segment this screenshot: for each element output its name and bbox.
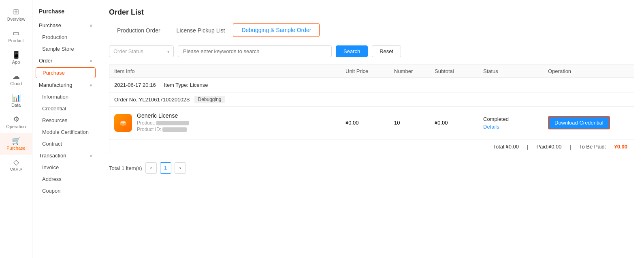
sidebar-item-sample-store[interactable]: Sample Store <box>32 43 99 55</box>
order-meta: 2021-06-17 20:16 Item Type: License <box>109 78 634 92</box>
sidebar-collapse-handle[interactable]: ‹ <box>99 121 99 137</box>
order-number-row: Order No.:YL21061710020102S Debugging <box>109 92 634 107</box>
nav-item-vas[interactable]: ◇ VAS↗ <box>0 155 32 176</box>
order-status-select[interactable]: Order Status Completed Pending Cancelled <box>109 45 174 57</box>
reset-button[interactable]: Reset <box>372 45 401 57</box>
separator-2: | <box>570 144 571 150</box>
order-total-row: Total:¥0.00 | Paid:¥0.00 | To Be Paid: ¥… <box>109 139 634 154</box>
sidebar-item-invoice[interactable]: Invoice <box>32 161 99 173</box>
tab-bar: Production Order License Pickup List Deb… <box>109 23 634 38</box>
to-be-paid-label: To Be Paid: <box>579 144 606 150</box>
main-content: Order List Production Order License Pick… <box>99 0 644 258</box>
col-subtotal: Subtotal <box>435 68 483 74</box>
subtotal-cell: ¥0.00 <box>435 120 483 126</box>
sidebar-item-contract[interactable]: Contract <box>32 138 99 150</box>
item-name: Generic License <box>137 112 189 119</box>
order-status-select-wrapper: Order Status Completed Pending Cancelled <box>109 45 174 57</box>
nav-label-cloud: Cloud <box>10 81 22 86</box>
product-id-value-blurred <box>162 127 187 132</box>
nav-label-app: App <box>12 60 20 64</box>
chevron-up-icon-4: ∧ <box>90 153 92 158</box>
sidebar-group-transaction-label: Transaction <box>39 153 66 159</box>
nav-label-purchase: Purchase <box>6 146 25 150</box>
sidebar-item-purchase-order[interactable]: Purchase <box>36 67 96 78</box>
item-details: Generic License Product: Product ID: <box>137 112 189 133</box>
total-text: Total:¥0.00 <box>493 144 519 150</box>
number-cell: 10 <box>394 120 435 126</box>
sidebar-group-order[interactable]: Order ∧ <box>32 55 99 67</box>
product-value-blurred <box>156 121 189 125</box>
nav-item-cloud[interactable]: ☁ Cloud <box>0 69 32 90</box>
data-icon: 📊 <box>12 94 21 101</box>
sidebar-group-transaction[interactable]: Transaction ∧ <box>32 150 99 161</box>
left-navigation: ⊞ Overview ▭ Product 📱 App ☁ Cloud 📊 Dat… <box>0 0 32 258</box>
page-1-button[interactable]: 1 <box>160 162 171 174</box>
download-credential-button[interactable]: Download Credential <box>548 116 610 129</box>
sidebar-item-module-cert[interactable]: Module Certification <box>32 126 99 138</box>
tab-debugging-sample[interactable]: Debugging & Sample Order <box>233 23 320 37</box>
table-row: t Generic License Product: Product ID: ¥… <box>109 107 634 139</box>
nav-label-vas: VAS↗ <box>10 167 22 172</box>
page-title: Order List <box>109 8 634 17</box>
sidebar-group-purchase-label: Purchase <box>39 22 61 28</box>
nav-label-product: Product <box>9 38 24 43</box>
unit-price-cell: ¥0.00 <box>345 120 394 126</box>
status-cell: Completed Details <box>483 116 548 130</box>
sidebar-title: Purchase <box>32 5 99 19</box>
order-number: Order No.:YL21061710020102S <box>114 97 190 103</box>
col-status: Status <box>483 68 548 74</box>
prev-page-button[interactable]: ‹ <box>145 162 157 174</box>
nav-item-app[interactable]: 📱 App <box>0 47 32 69</box>
sidebar-item-information[interactable]: Information <box>32 91 99 103</box>
sidebar: Purchase Purchase ∧ Production Sample St… <box>32 0 99 258</box>
nav-item-overview[interactable]: ⊞ Overview <box>0 4 32 26</box>
col-operation: Operation <box>548 68 629 74</box>
item-product-id-label: Product ID: <box>137 127 189 132</box>
nav-label-data: Data <box>11 103 21 108</box>
details-link[interactable]: Details <box>483 124 548 130</box>
next-page-button[interactable]: › <box>175 162 186 174</box>
vas-icon: ◇ <box>13 159 19 166</box>
separator-1: | <box>527 144 528 150</box>
sidebar-item-address[interactable]: Address <box>32 173 99 185</box>
cloud-icon: ☁ <box>13 73 20 80</box>
overview-icon: ⊞ <box>13 8 19 15</box>
order-group: 2021-06-17 20:16 Item Type: License Orde… <box>109 78 634 154</box>
order-badge: Debugging <box>194 96 224 103</box>
total-items-text: Total 1 item(s) <box>109 165 142 171</box>
chevron-up-icon-3: ∧ <box>90 83 92 87</box>
sidebar-group-purchase[interactable]: Purchase ∧ <box>32 19 99 31</box>
to-be-paid-value: ¥0.00 <box>614 144 627 150</box>
sidebar-group-manufacturing[interactable]: Manufacturing ∧ <box>32 79 99 91</box>
operation-cell: Download Credential <box>548 116 629 129</box>
chevron-up-icon: ∧ <box>90 23 92 28</box>
nav-item-product[interactable]: ▭ Product <box>0 26 32 47</box>
sidebar-item-production[interactable]: Production <box>32 31 99 43</box>
item-info-cell: t Generic License Product: Product ID: <box>114 112 345 133</box>
item-product-label: Product: <box>137 120 189 126</box>
nav-item-data[interactable]: 📊 Data <box>0 90 32 112</box>
table-header: Item Info Unit Price Number Subtotal Sta… <box>109 64 634 78</box>
pagination: Total 1 item(s) ‹ 1 › <box>109 162 634 174</box>
nav-item-operation[interactable]: ⚙ Operation <box>0 112 32 133</box>
nav-item-purchase[interactable]: 🛒 Purchase <box>0 133 32 155</box>
sidebar-item-coupon[interactable]: Coupon <box>32 185 99 197</box>
filter-row: Order Status Completed Pending Cancelled… <box>109 45 634 57</box>
sidebar-item-resources[interactable]: Resources <box>32 114 99 126</box>
nav-label-operation: Operation <box>6 124 26 129</box>
search-input[interactable] <box>178 45 332 57</box>
tab-license-pickup[interactable]: License Pickup List <box>168 24 233 38</box>
tab-production-order[interactable]: Production Order <box>109 24 168 38</box>
chevron-up-icon-2: ∧ <box>90 58 92 63</box>
order-date: 2021-06-17 20:16 <box>114 82 156 88</box>
product-icon: ▭ <box>13 30 19 37</box>
sidebar-group-order-label: Order <box>39 58 52 64</box>
col-item-info: Item Info <box>114 68 345 74</box>
purchase-icon: 🛒 <box>12 137 21 144</box>
col-unit-price: Unit Price <box>345 68 394 74</box>
order-item-type: Item Type: License <box>164 82 208 88</box>
search-button[interactable]: Search <box>336 45 368 57</box>
sidebar-item-credential[interactable]: Credential <box>32 103 99 114</box>
nav-label-overview: Overview <box>7 17 26 22</box>
app-icon: 📱 <box>12 51 21 58</box>
